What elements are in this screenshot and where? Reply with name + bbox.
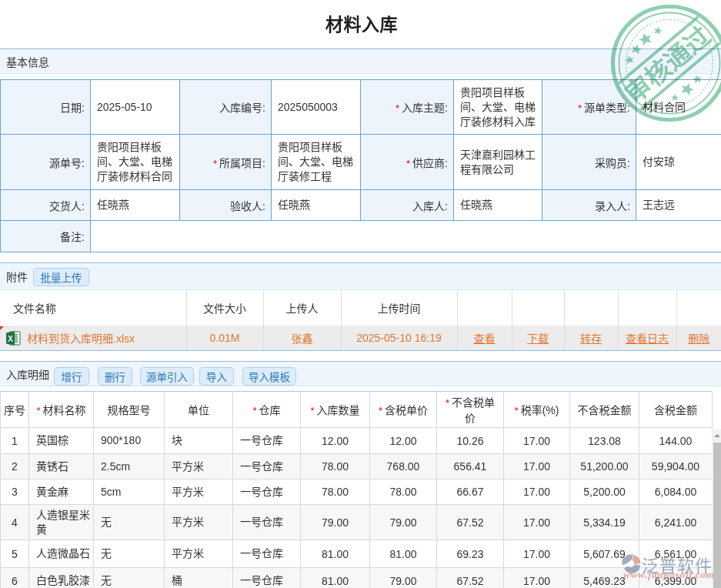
svg-text:X: X [8,334,13,342]
